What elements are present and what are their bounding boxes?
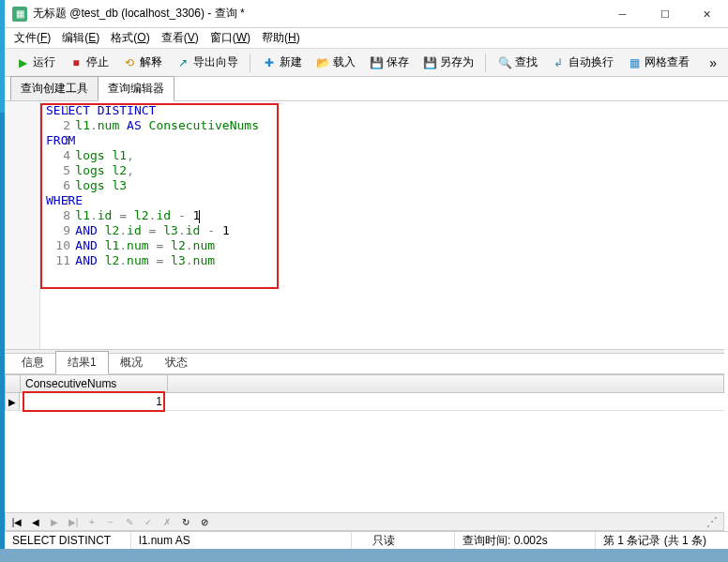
stop-button[interactable]: ■停止 bbox=[64, 53, 114, 72]
statusbar: SELECT DISTINCT l1.num AS 只读 查询时间: 0.002… bbox=[5, 531, 728, 549]
menu-view[interactable]: 查看(V) bbox=[156, 28, 205, 48]
wrap-button[interactable]: ↲自动换行 bbox=[546, 53, 618, 72]
gridview-button[interactable]: ▦网格查看 bbox=[622, 53, 694, 72]
editor-tabs: 查询创建工具 查询编辑器 bbox=[5, 77, 728, 101]
nav-refresh-button[interactable]: ↻ bbox=[178, 514, 193, 529]
new-button[interactable]: ✚新建 bbox=[257, 53, 307, 72]
save-button[interactable]: 💾保存 bbox=[364, 53, 414, 72]
cell-value[interactable]: 1 bbox=[20, 393, 167, 410]
row-indicator-icon: ▶ bbox=[5, 393, 20, 410]
nav-delete-button[interactable]: − bbox=[103, 514, 118, 529]
text-cursor bbox=[199, 210, 200, 223]
line-gutter bbox=[5, 101, 40, 349]
find-button[interactable]: 🔍查找 bbox=[493, 53, 542, 72]
grid-corner bbox=[6, 375, 21, 392]
tab-info[interactable]: 信息 bbox=[10, 352, 55, 373]
tab-query-editor[interactable]: 查询编辑器 bbox=[98, 76, 174, 101]
status-sql-1: SELECT DISTINCT bbox=[5, 532, 131, 549]
nav-prev-button[interactable]: ◀ bbox=[28, 514, 43, 529]
tab-result1[interactable]: 结果1 bbox=[55, 351, 109, 374]
status-sql-2: l1.num AS bbox=[131, 532, 352, 549]
titlebar: ▦ 无标题 @test_db (localhost_3306) - 查询 * ─… bbox=[5, 0, 728, 28]
minimize-button[interactable]: ─ bbox=[601, 0, 644, 28]
toolbar-sep bbox=[485, 53, 486, 72]
new-icon: ✚ bbox=[262, 55, 277, 70]
load-icon: 📂 bbox=[315, 55, 330, 70]
nav-last-button[interactable]: ▶| bbox=[66, 514, 81, 529]
run-button[interactable]: ▶运行 bbox=[10, 53, 60, 72]
menu-help[interactable]: 帮助(H) bbox=[256, 28, 306, 48]
export-icon: ↗ bbox=[175, 55, 190, 70]
nav-first-button[interactable]: |◀ bbox=[9, 514, 24, 529]
nav-add-button[interactable]: + bbox=[84, 514, 99, 529]
taskbar-strip bbox=[0, 549, 728, 562]
status-record-count: 第 1 条记录 (共 1 条) bbox=[596, 532, 728, 549]
menu-window[interactable]: 窗口(W) bbox=[205, 28, 256, 48]
window-title: 无标题 @test_db (localhost_3306) - 查询 * bbox=[33, 6, 601, 22]
explain-button[interactable]: ⟲解释 bbox=[117, 53, 167, 72]
toolbar: ▶运行 ■停止 ⟲解释 ↗导出向导 ✚新建 📂载入 💾保存 💾另存为 🔍查找 ↲… bbox=[5, 49, 728, 77]
toolbar-sep bbox=[250, 53, 250, 72]
resize-grip-icon: ⋰ bbox=[706, 515, 720, 528]
stop-icon: ■ bbox=[68, 55, 83, 70]
saveas-icon: 💾 bbox=[422, 55, 437, 70]
tab-query-creator[interactable]: 查询创建工具 bbox=[10, 76, 99, 100]
tab-status[interactable]: 状态 bbox=[154, 352, 199, 373]
grid-icon: ▦ bbox=[627, 55, 642, 70]
nav-edit-button[interactable]: ✎ bbox=[122, 514, 137, 529]
maximize-button[interactable]: ☐ bbox=[644, 0, 686, 28]
menu-format[interactable]: 格式(O) bbox=[105, 28, 155, 48]
nav-cancel-button[interactable]: ✗ bbox=[159, 514, 174, 529]
result-grid[interactable]: ConsecutiveNums ▶ 1 bbox=[5, 374, 724, 512]
record-navigator: |◀ ◀ ▶ ▶| + − ✎ ✓ ✗ ↻ ⊘ ⋰ bbox=[5, 512, 724, 531]
menubar: 文件(F) 编辑(E) 格式(O) 查看(V) 窗口(W) 帮助(H) bbox=[5, 28, 728, 49]
status-readonly: 只读 bbox=[352, 532, 455, 549]
menu-edit[interactable]: 编辑(E) bbox=[56, 28, 105, 48]
grid-header: ConsecutiveNums bbox=[5, 374, 724, 393]
save-icon: 💾 bbox=[369, 55, 384, 70]
status-query-time: 查询时间: 0.002s bbox=[455, 532, 596, 549]
sql-editor[interactable]: 1 SELECT DISTINCT 2 l1.num AS Consecutiv… bbox=[5, 101, 724, 349]
menu-file[interactable]: 文件(F) bbox=[8, 28, 56, 48]
nav-stop-button[interactable]: ⊘ bbox=[197, 514, 212, 529]
app-icon: ▦ bbox=[12, 7, 27, 22]
nav-ok-button[interactable]: ✓ bbox=[141, 514, 156, 529]
code-area[interactable]: 1 SELECT DISTINCT 2 l1.num AS Consecutiv… bbox=[40, 101, 724, 349]
search-icon: 🔍 bbox=[497, 55, 512, 70]
result-tabs: 信息 结果1 概况 状态 bbox=[5, 354, 724, 374]
tab-profile[interactable]: 概况 bbox=[109, 352, 154, 373]
close-button[interactable]: ✕ bbox=[686, 0, 728, 28]
explain-icon: ⟲ bbox=[122, 55, 137, 70]
saveas-button[interactable]: 💾另存为 bbox=[417, 53, 478, 72]
column-header[interactable]: ConsecutiveNums bbox=[21, 375, 168, 392]
toolbar-overflow[interactable]: » bbox=[704, 55, 722, 70]
load-button[interactable]: 📂载入 bbox=[311, 53, 360, 72]
table-row[interactable]: ▶ 1 bbox=[5, 393, 724, 411]
nav-next-button[interactable]: ▶ bbox=[47, 514, 62, 529]
play-icon: ▶ bbox=[15, 55, 30, 70]
wrap-icon: ↲ bbox=[551, 55, 566, 70]
export-button[interactable]: ↗导出向导 bbox=[171, 53, 243, 72]
